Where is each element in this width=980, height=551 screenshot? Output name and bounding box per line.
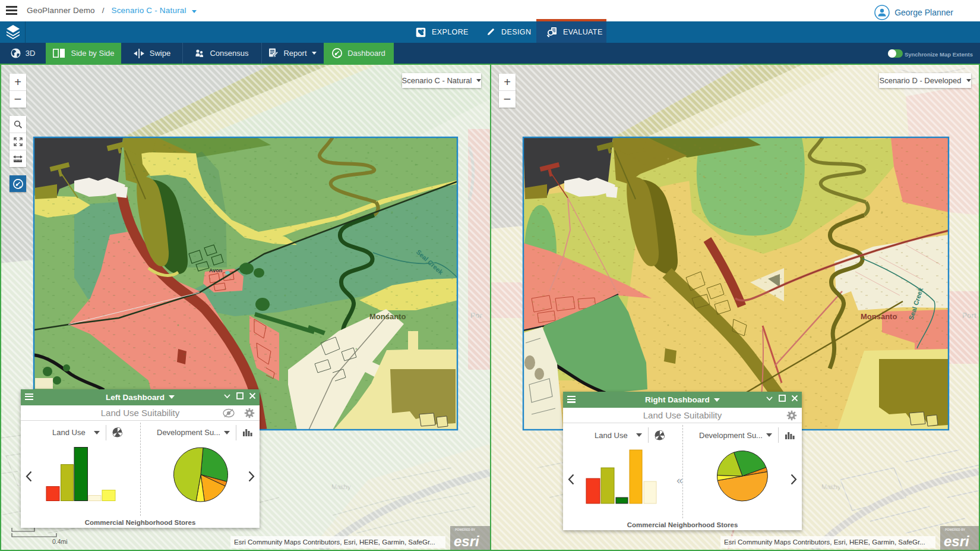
svg-text:Esri Community Maps Contributo: Esri Community Maps Contributors, Esri, …	[234, 539, 435, 546]
svg-text:Monsanto: Monsanto	[369, 312, 406, 321]
svg-text:esri: esri	[944, 533, 970, 549]
svg-text:0.4mi: 0.4mi	[52, 538, 68, 545]
svg-text:POWERED BY: POWERED BY	[945, 528, 966, 531]
svg-text:POWERED BY: POWERED BY	[455, 528, 476, 531]
svg-text:esri: esri	[454, 533, 480, 549]
svg-text:Esri Community Maps Contributo: Esri Community Maps Contributors, Esri, …	[724, 539, 925, 546]
svg-text:Monsanto: Monsanto	[861, 312, 897, 321]
